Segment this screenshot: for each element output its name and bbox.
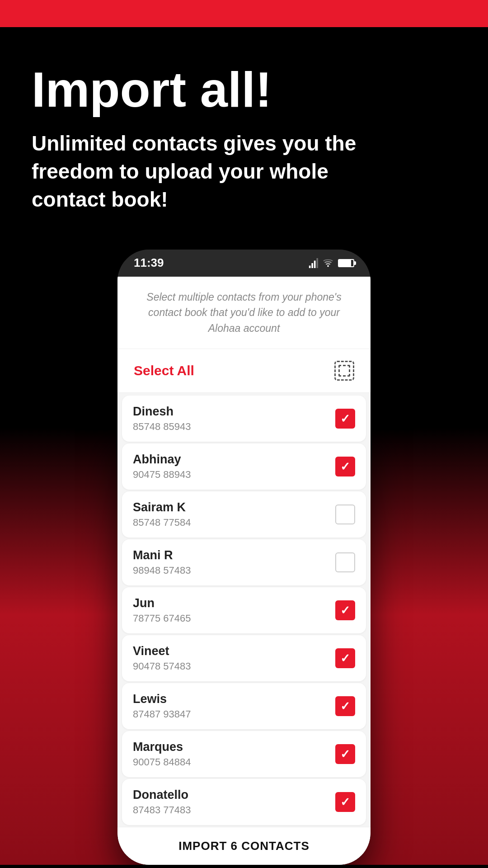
contact-checkbox[interactable] [335,505,355,524]
contact-info: Vineet90478 57483 [133,644,191,672]
signal-icon [308,258,318,268]
contact-info: Abhinay90475 88943 [133,453,191,481]
contact-item[interactable]: Abhinay90475 88943 [122,443,366,490]
contact-checkbox[interactable] [335,744,355,764]
contact-info: Donatello87483 77483 [133,788,191,816]
contact-name: Mani R [133,548,191,562]
contact-item[interactable]: Donatello87483 77483 [122,779,366,825]
contact-checkbox[interactable] [335,552,355,572]
contact-name: Marques [133,740,191,754]
svg-marker-2 [314,260,316,268]
contact-checkbox[interactable] [335,409,355,429]
top-status-bar [0,0,488,27]
svg-point-4 [327,265,329,267]
contact-item[interactable]: Lewis87487 93847 [122,683,366,729]
contact-phone: 87483 77483 [133,804,191,816]
contact-name: Dinesh [133,405,191,419]
svg-marker-0 [309,265,311,268]
contact-info: Lewis87487 93847 [133,692,191,720]
select-all-row[interactable]: Select All [117,349,371,393]
contact-name: Vineet [133,644,191,658]
phone-status-bar: 11:39 [117,250,371,277]
contact-checkbox[interactable] [335,600,355,620]
contact-name: Jun [133,596,191,610]
contact-name: Sairam K [133,500,191,514]
contact-phone: 78775 67465 [133,613,191,624]
contact-phone: 90475 88943 [133,469,191,481]
contact-checkbox[interactable] [335,648,355,668]
contact-phone: 90478 57483 [133,660,191,672]
import-button[interactable]: IMPORT 6 CONTACTS [117,827,371,865]
phone-frame: 11:39 [117,250,371,865]
contact-item[interactable]: Vineet90478 57483 [122,635,366,681]
contact-checkbox[interactable] [335,792,355,812]
status-time: 11:39 [134,256,164,270]
instruction-text: Select multiple contacts from your phone… [117,277,371,349]
contact-info: Mani R98948 57483 [133,548,191,576]
hero-subtitle: Unlimited contacts gives you the freedom… [32,129,402,213]
contact-name: Abhinay [133,453,191,467]
contact-name: Donatello [133,788,191,802]
contact-name: Lewis [133,692,191,706]
hero-title: Import all! [32,63,456,116]
contact-phone: 85748 85943 [133,421,191,433]
select-all-label: Select All [134,363,194,378]
phone-content: Select multiple contacts from your phone… [117,277,371,865]
contact-info: Marques90075 84884 [133,740,191,768]
battery-icon [338,259,354,267]
contacts-list: Dinesh85748 85943Abhinay90475 88943Saira… [117,394,371,827]
status-icons [308,258,354,268]
select-all-icon [334,361,354,381]
contact-phone: 87487 93847 [133,708,191,720]
contact-item[interactable]: Dinesh85748 85943 [122,396,366,442]
svg-marker-1 [311,263,313,268]
contact-item[interactable]: Sairam K85748 77584 [122,491,366,538]
contact-item[interactable]: Jun78775 67465 [122,587,366,633]
contact-info: Jun78775 67465 [133,596,191,624]
contact-phone: 85748 77584 [133,517,191,528]
contact-info: Dinesh85748 85943 [133,405,191,433]
svg-marker-3 [316,258,318,268]
phone-wrapper: 11:39 [0,241,488,865]
contact-item[interactable]: Mani R98948 57483 [122,539,366,585]
contact-checkbox[interactable] [335,457,355,476]
contact-item[interactable]: Marques90075 84884 [122,731,366,777]
contact-phone: 90075 84884 [133,756,191,768]
hero-section: Import all! Unlimited contacts gives you… [0,27,488,241]
contact-checkbox[interactable] [335,696,355,716]
contact-info: Sairam K85748 77584 [133,500,191,528]
wifi-icon [323,258,333,268]
select-all-icon-inner [338,365,350,377]
contact-phone: 98948 57483 [133,565,191,576]
